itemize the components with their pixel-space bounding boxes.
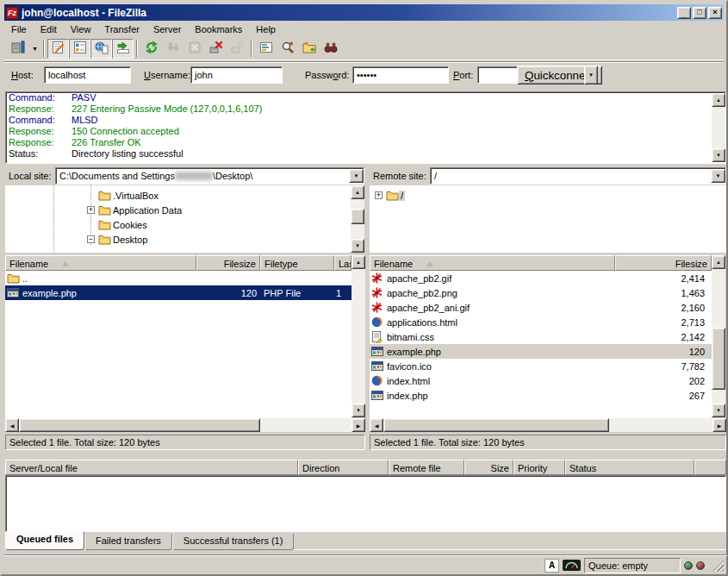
column-header-filename[interactable]: Filename — [370, 255, 615, 271]
tree-item[interactable]: +Application Data — [5, 203, 351, 217]
scroll-left-icon[interactable]: ◀ — [370, 418, 383, 432]
reconnect-button[interactable] — [227, 39, 248, 59]
tree-item[interactable]: .VirtualBox — [5, 188, 351, 203]
scroll-up-icon[interactable]: ▲ — [352, 255, 365, 269]
file-row[interactable]: apache_pb2.png 1,463 — [370, 285, 712, 300]
scroll-up-icon[interactable]: ▲ — [351, 185, 364, 199]
menu-help[interactable]: Help — [249, 22, 283, 36]
minimize-button[interactable]: _ — [677, 7, 691, 19]
host-input[interactable]: localhost — [44, 66, 131, 84]
maximize-button[interactable]: □ — [693, 7, 706, 19]
file-row[interactable]: example.php 120 PHP File 1 — [5, 285, 352, 300]
column-header-filename[interactable]: Filename — [5, 255, 196, 271]
toggle-remote-tree-button[interactable] — [90, 39, 112, 59]
password-input[interactable]: •••••• — [352, 66, 449, 84]
local-tree-scrollbar[interactable]: ▲ ▼ — [351, 185, 364, 253]
file-name: example.php — [370, 346, 615, 357]
remote-path-dropdown-icon[interactable]: ▼ — [711, 169, 725, 183]
column-header-filesize[interactable]: Filesize — [615, 255, 712, 271]
log-scrollbar[interactable]: ▲ ▼ — [712, 93, 725, 162]
site-manager-button[interactable] — [8, 39, 29, 59]
file-row[interactable]: apache_pb2.gif 2,414 — [370, 271, 712, 285]
queue-column-server-local-file[interactable]: Server/Local file — [5, 460, 298, 475]
find-button[interactable] — [320, 39, 341, 59]
site-manager-dropdown-icon[interactable]: ▼ — [29, 39, 40, 59]
file-row[interactable]: applications.html 2,713 — [370, 315, 712, 329]
scroll-down-icon[interactable]: ▼ — [352, 404, 365, 417]
scroll-thumb[interactable] — [383, 418, 609, 432]
toggle-message-log-button[interactable] — [47, 39, 69, 59]
quickconnect-dropdown-icon[interactable]: ▼ — [584, 66, 598, 85]
cancel-button[interactable] — [184, 39, 205, 59]
menu-file[interactable]: File — [4, 22, 34, 36]
toggle-queue-button[interactable] — [112, 39, 134, 59]
file-row[interactable]: index.php 267 — [370, 388, 712, 403]
scroll-down-icon[interactable]: ▼ — [712, 404, 725, 417]
column-header-filesize[interactable]: Filesize — [196, 255, 260, 271]
remote-list-scrollbar[interactable]: ▲ ▼ — [712, 255, 725, 417]
scroll-left-icon[interactable]: ◀ — [5, 418, 19, 432]
local-hscrollbar[interactable]: ◀ ▶ — [5, 418, 365, 432]
menu-transfer[interactable]: Transfer — [97, 22, 146, 36]
menu-bookmarks[interactable]: Bookmarks — [188, 22, 249, 36]
scroll-thumb[interactable] — [351, 209, 364, 224]
scroll-right-icon[interactable]: ▶ — [712, 418, 726, 432]
queue-column-priority[interactable]: Priority — [513, 460, 565, 475]
file-row[interactable]: example.php 120 — [370, 344, 712, 359]
file-row[interactable]: .. — [5, 271, 352, 285]
tree-item[interactable]: −Desktop — [5, 232, 351, 247]
menu-view[interactable]: View — [64, 22, 98, 36]
php-file-icon — [371, 346, 384, 357]
scroll-thumb[interactable] — [712, 328, 725, 390]
tab-queued-files[interactable]: Queued files — [5, 532, 84, 550]
menu-server[interactable]: Server — [146, 22, 188, 36]
scroll-right-icon[interactable]: ▶ — [352, 418, 365, 432]
file-size: 120 — [196, 288, 260, 298]
refresh-button[interactable] — [140, 39, 162, 59]
disconnect-button[interactable] — [205, 39, 227, 59]
file-row[interactable]: favicon.ico 7,782 — [370, 359, 712, 373]
remote-hscrollbar[interactable]: ◀ ▶ — [370, 418, 726, 432]
collapse-minus-icon[interactable]: − — [87, 235, 95, 243]
title-bar: Fz john@localhost - FileZilla _ □ × — [4, 4, 724, 21]
queue-column-size[interactable]: Size — [464, 460, 513, 475]
file-row[interactable]: bitnami.css 2,142 — [370, 329, 712, 344]
filter-button[interactable] — [255, 39, 277, 59]
scroll-up-icon[interactable]: ▲ — [712, 93, 725, 107]
process-queue-button[interactable] — [162, 39, 184, 59]
remote-path-combobox[interactable]: / — [430, 167, 726, 185]
resize-grip[interactable] — [712, 560, 724, 572]
password-label: Password: — [305, 70, 349, 80]
port-input[interactable] — [477, 66, 518, 84]
speed-limit-icon[interactable] — [563, 560, 581, 571]
local-path-combobox[interactable]: C:\Documents and Settings\Desktop\ — [55, 167, 364, 185]
filter-icon — [259, 41, 273, 56]
tab-successful-transfers-1[interactable]: Successful transfers (1) — [172, 534, 295, 550]
menu-edit[interactable]: Edit — [34, 22, 64, 36]
column-header-last-modified[interactable]: Last modified — [334, 255, 352, 271]
transfer-queue-list[interactable] — [5, 475, 726, 532]
expand-plus-icon[interactable]: + — [375, 191, 383, 199]
scroll-down-icon[interactable]: ▼ — [712, 148, 725, 162]
queue-column-remote-file[interactable]: Remote file — [389, 460, 464, 475]
queue-column-status[interactable]: Status — [565, 460, 694, 475]
toggle-local-tree-button[interactable] — [69, 39, 90, 59]
column-header-filetype[interactable]: Filetype — [260, 255, 334, 271]
scroll-up-icon[interactable]: ▲ — [712, 255, 725, 269]
compare-button[interactable] — [277, 39, 298, 59]
local-path-dropdown-icon[interactable]: ▼ — [349, 169, 364, 183]
local-list-scrollbar[interactable]: ▲ ▼ — [352, 255, 365, 417]
queue-column-direction[interactable]: Direction — [298, 460, 389, 475]
close-button[interactable]: × — [708, 7, 722, 19]
tree-item[interactable]: +/ — [370, 188, 726, 203]
scroll-thumb[interactable] — [19, 418, 260, 432]
file-row[interactable]: index.html 202 — [370, 373, 712, 388]
transfer-type-ascii-icon[interactable]: A — [544, 559, 559, 573]
tab-failed-transfers[interactable]: Failed transfers — [84, 534, 172, 550]
synchronized-browsing-button[interactable] — [298, 39, 320, 59]
expand-plus-icon[interactable]: + — [87, 206, 95, 214]
file-row[interactable]: apache_pb2_ani.gif 2,160 — [370, 300, 712, 315]
tree-item[interactable]: Cookies — [5, 217, 351, 232]
scroll-down-icon[interactable]: ▼ — [351, 239, 364, 253]
username-input[interactable]: john — [190, 66, 283, 84]
